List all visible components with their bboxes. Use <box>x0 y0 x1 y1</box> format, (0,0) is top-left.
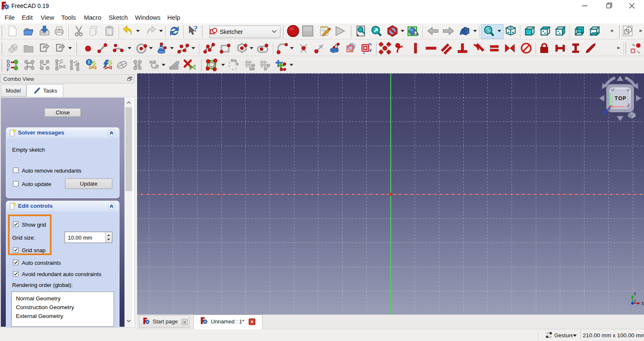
svg-text:X: X <box>641 302 644 306</box>
svg-text:X: X <box>628 103 630 107</box>
svg-text:Y: Y <box>613 87 615 91</box>
svg-text:F: F <box>7 67 9 71</box>
svg-text:Z: Z <box>608 108 610 112</box>
svg-text:TOP: TOP <box>615 96 626 101</box>
svg-text:Y: Y <box>634 292 636 296</box>
svg-text:Z: Z <box>634 299 636 303</box>
svg-text:?: ? <box>194 25 197 33</box>
svg-text:!: ! <box>88 59 90 65</box>
